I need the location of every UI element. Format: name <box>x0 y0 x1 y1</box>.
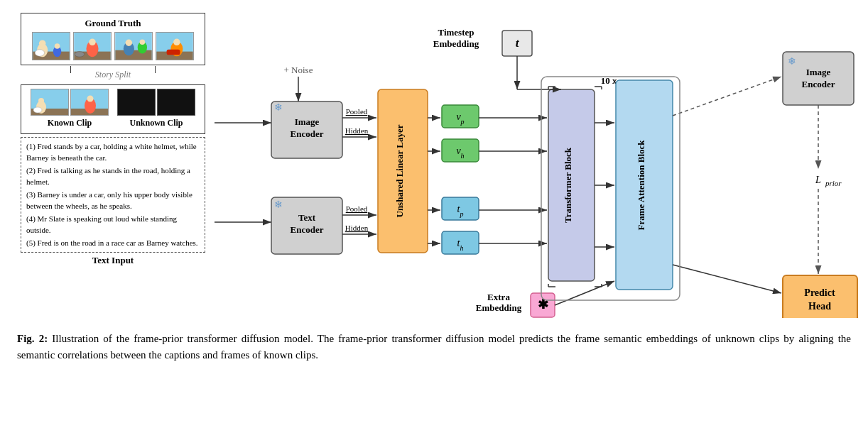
svg-point-5 <box>55 43 60 49</box>
known-clip-group: Known Clip <box>31 89 109 128</box>
caption-text: Illustration of the frame-prior transfor… <box>17 333 851 361</box>
svg-text:Encoder: Encoder <box>291 128 324 139</box>
text-line-3: (3) Barney is under a car, only his uppe… <box>26 189 200 212</box>
clips-row: Known Clip Unknown Clip <box>26 89 200 128</box>
text-input-label: Text Input <box>92 255 134 266</box>
svg-point-15 <box>126 40 133 47</box>
unknown-frame-2 <box>157 89 195 116</box>
svg-text:Unshared Linear Layer: Unshared Linear Layer <box>394 124 405 217</box>
fig-label: Fig. 2: <box>17 333 48 344</box>
svg-point-27 <box>33 107 42 113</box>
svg-text:Encoder: Encoder <box>291 224 324 235</box>
gt-frame-3 <box>114 32 153 60</box>
known-frame-1 <box>31 89 69 116</box>
svg-text:Embedding: Embedding <box>433 38 479 49</box>
known-clip-frames <box>31 89 109 116</box>
svg-text:Pooled: Pooled <box>346 204 368 213</box>
svg-point-3 <box>39 40 46 46</box>
middle-panel: + Noise Timestep Embedding t Image Encod… <box>215 13 868 318</box>
svg-text:❄: ❄ <box>274 199 283 210</box>
page-container: Ground Truth <box>0 0 868 377</box>
svg-point-31 <box>87 96 94 102</box>
unknown-clip-frames <box>117 89 195 116</box>
story-split-label: Story Split <box>95 70 131 80</box>
text-line-5: (5) Fred is on the road in a race car as… <box>26 238 200 249</box>
svg-text:Hidden: Hidden <box>345 126 369 135</box>
main-diagram-svg: + Noise Timestep Embedding t Image Encod… <box>215 13 868 318</box>
svg-text:Frame Attention Block: Frame Attention Block <box>636 140 646 231</box>
gt-frame-4 <box>156 32 194 60</box>
text-line-1: (1) Fred stands by a car, holding a whit… <box>26 141 200 164</box>
svg-text:prior: prior <box>825 179 842 187</box>
svg-point-21 <box>173 39 180 46</box>
gt-frame-2 <box>73 32 112 60</box>
svg-text:Image: Image <box>295 116 320 127</box>
svg-text:L: L <box>815 175 821 185</box>
svg-text:Encoder: Encoder <box>802 79 835 89</box>
unknown-clip-group: Unknown Clip <box>117 89 195 128</box>
gt-frame-1 <box>32 32 70 60</box>
svg-text:Embedding: Embedding <box>476 302 522 313</box>
svg-text:+ Noise: + Noise <box>284 65 313 75</box>
svg-point-11 <box>75 52 84 57</box>
svg-text:Transformer Block: Transformer Block <box>563 147 573 223</box>
ground-truth-box: Ground Truth <box>21 13 205 65</box>
unknown-frame-1 <box>117 89 156 116</box>
svg-text:Extra: Extra <box>487 292 510 302</box>
text-line-2: (2) Fred is talking as he stands in the … <box>26 165 200 188</box>
svg-point-6 <box>35 50 44 57</box>
left-panel: Ground Truth <box>17 13 209 266</box>
svg-text:Hidden: Hidden <box>345 224 369 232</box>
text-input-box: (1) Fred stands by a car, holding a whit… <box>21 137 205 253</box>
svg-text:❄: ❄ <box>274 102 283 113</box>
clips-box: Known Clip Unknown Clip <box>21 84 205 134</box>
known-frame-2 <box>70 89 109 116</box>
svg-point-10 <box>89 39 96 46</box>
svg-text:Timestep: Timestep <box>438 27 474 38</box>
svg-text:Head: Head <box>808 301 831 312</box>
diagram-area: Ground Truth <box>17 13 851 318</box>
caption-area: Fig. 2: Illustration of the frame-prior … <box>17 325 851 364</box>
ground-truth-image-row <box>27 32 199 60</box>
known-clip-label: Known Clip <box>48 118 92 128</box>
svg-text:Predict: Predict <box>804 287 835 298</box>
svg-text:✱: ✱ <box>538 297 548 312</box>
text-line-4: (4) Mr Slate is speaking out loud while … <box>26 214 200 236</box>
svg-text:Pooled: Pooled <box>346 107 368 116</box>
unknown-clip-label: Unknown Clip <box>129 118 183 128</box>
svg-text:Image: Image <box>806 67 831 77</box>
ground-truth-title: Ground Truth <box>27 18 199 29</box>
svg-point-17 <box>140 40 146 45</box>
svg-text:❄: ❄ <box>788 56 796 67</box>
svg-rect-22 <box>167 50 180 55</box>
svg-point-26 <box>38 98 44 104</box>
svg-text:Text: Text <box>298 212 316 223</box>
